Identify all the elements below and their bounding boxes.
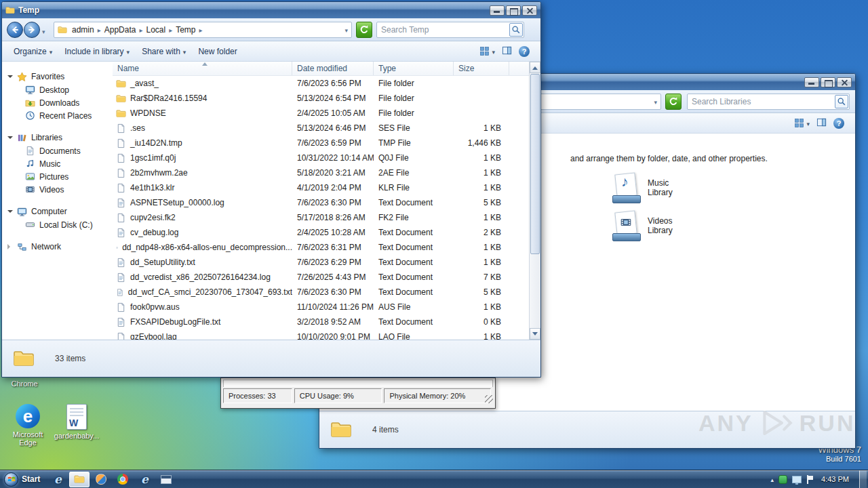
column-header-type[interactable]: Type xyxy=(374,62,454,75)
chevron-right-icon[interactable]: ▸ xyxy=(168,26,173,34)
file-row[interactable]: cv_debug.log 2/4/2025 10:28 AM Text Docu… xyxy=(113,225,529,240)
file-name: Rar$DRa2416.15594 xyxy=(130,91,207,106)
taskbar-clock[interactable]: 4:43 PM xyxy=(821,475,849,483)
close-button[interactable] xyxy=(522,5,537,16)
file-row[interactable]: 2b2mvhwm.2ae 5/18/2020 3:21 AM 2AE File … xyxy=(113,165,529,180)
search-input[interactable] xyxy=(377,25,509,35)
desktop-icon-chrome-label[interactable]: Chrome xyxy=(4,380,45,388)
close-button[interactable] xyxy=(837,77,852,87)
file-row[interactable]: _iu14D2N.tmp 7/6/2023 6:59 PM TMP File 1… xyxy=(113,136,529,150)
file-row[interactable]: dd_SetupUtility.txt 7/6/2023 6:29 PM Tex… xyxy=(113,255,529,270)
taskbar-app-windows-explorer[interactable] xyxy=(69,472,90,487)
back-button[interactable] xyxy=(7,22,23,38)
address-dropdown-icon[interactable] xyxy=(654,97,657,106)
toolbar-button-share-with[interactable]: Share with xyxy=(136,44,192,59)
tray-hidden-icons-icon[interactable] xyxy=(771,474,774,484)
file-row[interactable]: Rar$DRa2416.15594 5/13/2024 6:54 PM File… xyxy=(113,91,529,106)
vertical-scrollbar[interactable] xyxy=(529,62,540,340)
breadcrumb-item-local[interactable]: Local xyxy=(143,25,168,35)
file-row[interactable]: dd_wcf_CA_smci_20230706_173047_693.txt 7… xyxy=(113,285,529,300)
help-button[interactable] xyxy=(519,46,530,57)
breadcrumb-item-temp[interactable]: Temp xyxy=(173,25,198,35)
file-row[interactable]: 4e1th1k3.klr 4/1/2019 2:04 PM KLR File 1… xyxy=(113,180,529,195)
toolbar-button-organize[interactable]: Organize xyxy=(7,44,58,59)
sidebar-item-music[interactable]: Music xyxy=(2,157,113,170)
tray-action-center-icon[interactable] xyxy=(806,475,814,484)
sidebar-item-videos[interactable]: Videos xyxy=(2,183,113,196)
minimize-button[interactable] xyxy=(490,5,505,16)
minimize-button[interactable] xyxy=(804,77,819,87)
search-box[interactable] xyxy=(376,22,524,38)
expander-expanded-icon[interactable] xyxy=(7,136,13,142)
desktop-icon-gardenbaby-document[interactable]: gardenbaby... xyxy=(54,404,99,440)
scrollbar-thumb[interactable] xyxy=(530,74,540,254)
refresh-button[interactable] xyxy=(356,22,372,38)
file-row[interactable]: 1gsc1imf.q0j 10/31/2022 10:14 AM Q0J Fil… xyxy=(113,150,529,165)
chevron-right-icon[interactable]: ▸ xyxy=(97,26,102,34)
desktop-icon-microsoft-edge[interactable]: Microsoft Edge xyxy=(5,404,50,447)
sidebar-item-computer[interactable]: Computer xyxy=(2,205,113,218)
sidebar-item-recent-places[interactable]: Recent Places xyxy=(2,109,113,122)
maximize-button[interactable] xyxy=(506,5,521,16)
search-icon[interactable] xyxy=(509,23,523,37)
tray-network-icon[interactable] xyxy=(792,476,802,483)
file-row[interactable]: FXSAPIDebugLogFile.txt 3/2/2018 9:52 AM … xyxy=(113,314,529,329)
taskbar-app-browser[interactable] xyxy=(113,472,133,487)
sidebar-item-desktop[interactable]: Desktop xyxy=(2,83,113,96)
preview-pane-button[interactable] xyxy=(816,117,827,129)
scroll-up-button[interactable] xyxy=(530,62,540,73)
taskbar-app-media-player[interactable] xyxy=(91,472,111,487)
column-header-date-modified[interactable]: Date modified xyxy=(292,62,374,75)
scroll-down-button[interactable] xyxy=(530,328,540,340)
tray-agent-status-icon[interactable] xyxy=(778,475,787,484)
column-header-size[interactable]: Size xyxy=(454,62,509,75)
expander-collapsed-icon[interactable] xyxy=(7,244,13,249)
breadcrumb-item-appdata[interactable]: AppData xyxy=(102,25,139,35)
maximize-button[interactable] xyxy=(821,77,835,87)
file-row[interactable]: _avast_ 7/6/2023 6:56 PM File folder xyxy=(113,76,529,91)
address-bar[interactable]: admin▸AppData▸Local▸Temp▸ xyxy=(54,22,352,38)
change-view-button[interactable] xyxy=(479,46,495,56)
file-row[interactable]: dd_ndp48-x86-x64-allos-enu_decompression… xyxy=(113,240,529,255)
sidebar-item-pictures[interactable]: Pictures xyxy=(2,170,113,183)
file-row[interactable]: dd_vcredist_x86_20250726164234.log 7/26/… xyxy=(113,270,529,285)
preview-pane-button[interactable] xyxy=(502,45,512,58)
sidebar-item-favorites[interactable]: Favorites xyxy=(2,70,113,83)
refresh-button[interactable] xyxy=(665,94,682,110)
chevron-right-icon[interactable]: ▸ xyxy=(138,26,143,34)
start-button[interactable]: Start xyxy=(0,470,47,488)
sidebar-item-documents[interactable]: Documents xyxy=(2,144,113,157)
toolbar-button-include-in-library[interactable]: Include in library xyxy=(58,44,136,59)
search-box[interactable] xyxy=(687,94,850,110)
toolbar-button-new-folder[interactable]: New folder xyxy=(192,44,243,59)
forward-button[interactable] xyxy=(24,22,40,38)
chevron-right-icon[interactable]: ▸ xyxy=(199,26,203,34)
library-item-videos-library[interactable]: Videos Library xyxy=(612,209,686,242)
expander-expanded-icon[interactable] xyxy=(7,75,13,81)
file-row[interactable]: WPDNSE 2/4/2025 10:05 AM File folder xyxy=(113,106,529,121)
taskbar-app-app-window[interactable] xyxy=(156,472,176,487)
search-icon[interactable] xyxy=(835,95,848,108)
expander-expanded-icon[interactable] xyxy=(7,210,13,216)
taskbar-app-internet-explorer-2[interactable] xyxy=(134,472,155,487)
help-button[interactable] xyxy=(833,118,844,129)
change-view-button[interactable] xyxy=(794,118,810,128)
show-desktop-button[interactable] xyxy=(859,470,867,488)
file-row[interactable]: cupv2esi.fk2 5/17/2018 8:26 AM FK2 File … xyxy=(113,210,529,225)
temp-titlebar[interactable]: Temp xyxy=(2,2,540,18)
file-row[interactable]: fook0pvw.aus 11/10/2024 11:26 PM AUS Fil… xyxy=(113,300,529,314)
sidebar-item-libraries[interactable]: Libraries xyxy=(2,131,113,144)
search-input[interactable] xyxy=(688,97,835,106)
file-row[interactable]: gzEvbool.laq 10/10/2020 9:01 PM LAQ File… xyxy=(113,329,529,340)
sidebar-item-downloads[interactable]: Downloads xyxy=(2,96,113,109)
library-item-music-library[interactable]: Music Library xyxy=(612,171,686,204)
address-dropdown-icon[interactable] xyxy=(344,25,348,35)
file-row[interactable]: ASPNETSetup_00000.log 7/6/2023 6:30 PM T… xyxy=(113,195,529,210)
column-header-name[interactable]: Name xyxy=(113,62,292,75)
taskbar-app-internet-explorer[interactable] xyxy=(47,472,68,487)
sidebar-item-local-disk-c[interactable]: Local Disk (C:) xyxy=(2,218,113,231)
recent-pages-dropdown-icon[interactable] xyxy=(42,26,45,36)
file-row[interactable]: .ses 5/13/2024 6:46 PM SES File 1 KB xyxy=(113,121,529,136)
sidebar-item-network[interactable]: Network xyxy=(2,240,113,253)
breadcrumb-item-admin[interactable]: admin xyxy=(69,25,97,35)
